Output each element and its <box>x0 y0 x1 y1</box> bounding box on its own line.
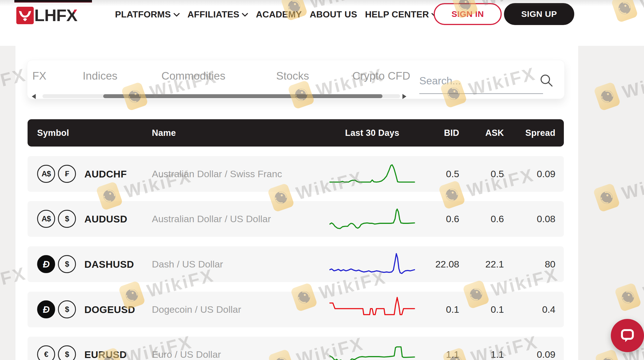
sparkline-chart <box>330 341 415 360</box>
tabs-scroll-left-arrow[interactable] <box>32 94 36 99</box>
sparkline-chart <box>330 251 415 278</box>
row-bid: 0.5 <box>415 156 459 192</box>
watermark-text: WikiFX <box>620 66 644 103</box>
row-symbol: EURUSD <box>84 337 150 360</box>
column-header-symbol: Symbol <box>37 119 69 147</box>
column-header-name: Name <box>152 119 176 147</box>
row-name: Euro / US Dollar <box>152 337 326 360</box>
row-bid: 22.08 <box>415 246 459 282</box>
row-name: Australian Dollar / Swiss Franc <box>152 156 326 192</box>
pair-icons: A$ $ <box>37 210 76 228</box>
tab-fx[interactable]: FX <box>32 70 46 82</box>
bull-icon <box>16 7 34 24</box>
live-chat-button[interactable] <box>611 319 644 352</box>
pair-icons: Ð $ <box>37 300 76 318</box>
nav-item-academy[interactable]: ACADEMY <box>256 9 302 20</box>
main-nav: PLATFORMSAFFILIATESACADEMYABOUT USHELP C… <box>115 0 438 29</box>
row-spread: 0.4 <box>504 292 555 327</box>
base-currency-icon: Ɖ <box>37 255 55 273</box>
tabs-scroll-right-arrow[interactable] <box>402 94 406 99</box>
quote-currency-icon: $ <box>58 300 76 318</box>
nav-item-affiliates[interactable]: AFFILIATES <box>188 9 248 20</box>
nav-item-label: ABOUT US <box>310 9 357 20</box>
nav-item-label: AFFILIATES <box>188 9 240 20</box>
top-left-artifact-bar <box>14 0 92 3</box>
tab-stocks[interactable]: Stocks <box>276 70 309 82</box>
quote-currency-icon: $ <box>58 210 76 228</box>
column-header-last-30-days: Last 30 Days <box>330 119 415 147</box>
row-spread: 80 <box>504 246 555 282</box>
column-header-spread: Spread <box>504 119 555 147</box>
table-row-eurusd[interactable]: € $ EURUSD Euro / US Dollar 1.1 1.1 0.09 <box>28 337 564 360</box>
market-tabs: FXIndicesCommoditiesStocksCrypto CFD <box>27 60 410 91</box>
tabs-scrollbar-thumb[interactable] <box>103 94 382 98</box>
sign-in-label: SIGN IN <box>451 9 484 19</box>
site-header: LHFX PLATFORMSAFFILIATESACADEMYABOUT USH… <box>0 0 644 46</box>
chevron-down-icon <box>174 13 180 17</box>
base-currency-icon: A$ <box>37 165 55 183</box>
row-name: Australian Dollar / US Dollar <box>152 201 326 237</box>
row-ask: 0.6 <box>459 201 504 237</box>
row-name: Dash / US Dollar <box>152 246 326 282</box>
watermark-text: WikiFX <box>641 267 644 303</box>
row-symbol: DOGEUSD <box>84 292 150 327</box>
sparkline-chart <box>330 160 415 187</box>
nav-item-label: PLATFORMS <box>115 9 171 20</box>
tab-commodities[interactable]: Commodities <box>161 70 226 82</box>
table-header-bar: Symbol Name Last 30 Days BID ASK Spread <box>28 119 564 147</box>
base-currency-icon: A$ <box>37 210 55 228</box>
row-symbol: AUDUSD <box>84 201 150 237</box>
chat-bubble-icon <box>619 327 636 344</box>
quote-currency-icon: ₣ <box>58 165 76 183</box>
brand-logo-text: LHFX <box>34 6 77 25</box>
column-header-ask: ASK <box>459 119 504 147</box>
nav-item-help-center[interactable]: HELP CENTER <box>365 9 438 20</box>
column-header-bid: BID <box>415 119 459 147</box>
wikifx-watermark: WikiFX <box>615 265 644 312</box>
quote-currency-icon: $ <box>58 255 76 273</box>
row-ask: 0.1 <box>459 292 504 327</box>
nav-item-label: HELP CENTER <box>365 9 429 20</box>
watermark-text: WikiFX <box>620 167 644 204</box>
table-row-audchf[interactable]: A$ ₣ AUDCHF Australian Dollar / Swiss Fr… <box>28 156 564 192</box>
row-ask: 22.1 <box>459 246 504 282</box>
row-symbol: DASHUSD <box>84 246 150 282</box>
chevron-down-icon <box>242 13 248 17</box>
row-ask: 0.5 <box>459 156 504 192</box>
row-spread: 0.09 <box>504 156 555 192</box>
wikifx-eagle-icon <box>614 282 642 312</box>
nav-item-about-us[interactable]: ABOUT US <box>310 9 357 20</box>
table-row-dogeusd[interactable]: Ð $ DOGEUSD Dogecoin / US Dollar 0.1 0.1… <box>28 292 564 327</box>
row-symbol: AUDCHF <box>84 156 150 192</box>
sign-up-button[interactable]: SIGN UP <box>504 3 574 25</box>
row-ask: 1.1 <box>459 337 504 360</box>
quote-currency-icon: $ <box>58 345 76 360</box>
wikifx-watermark: WikiFX <box>594 64 644 111</box>
search-area <box>419 69 570 95</box>
tabs-scrollbar-track[interactable] <box>42 94 400 98</box>
brand-logo[interactable]: LHFX <box>16 6 77 25</box>
pair-icons: Ɖ $ <box>37 255 76 273</box>
table-row-audusd[interactable]: A$ $ AUDUSD Australian Dollar / US Dolla… <box>28 201 564 237</box>
row-bid: 0.1 <box>415 292 459 327</box>
pair-icons: A$ ₣ <box>37 165 76 183</box>
wikifx-watermark: WikiFX <box>594 166 644 212</box>
nav-item-platforms[interactable]: PLATFORMS <box>115 9 180 20</box>
search-icon[interactable] <box>539 73 554 88</box>
row-bid: 1.1 <box>415 337 459 360</box>
row-bid: 0.6 <box>415 201 459 237</box>
sign-up-label: SIGN UP <box>521 9 557 19</box>
search-input[interactable] <box>419 69 543 94</box>
sparkline-chart <box>330 205 415 232</box>
row-spread: 0.08 <box>504 201 555 237</box>
nav-item-label: ACADEMY <box>256 9 302 20</box>
wikifx-eagle-icon <box>593 82 621 111</box>
table-row-dashusd[interactable]: Ɖ $ DASHUSD Dash / US Dollar 22.08 22.1 … <box>28 246 564 282</box>
sign-in-button[interactable]: SIGN IN <box>434 3 502 25</box>
tab-crypto-cfd[interactable]: Crypto CFD <box>352 70 410 82</box>
tab-indices[interactable]: Indices <box>83 70 118 82</box>
pair-icons: € $ <box>37 345 76 360</box>
market-tabs-card: FXIndicesCommoditiesStocksCrypto CFD <box>27 60 565 99</box>
sparkline-chart <box>330 296 415 323</box>
base-currency-icon: Ð <box>37 300 55 318</box>
